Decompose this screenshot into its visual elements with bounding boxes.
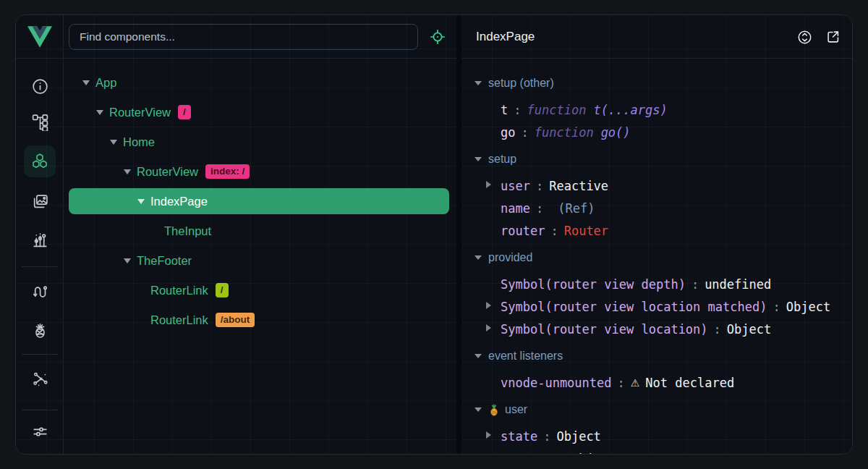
search-input[interactable] — [69, 24, 418, 50]
sidebar-divider — [22, 266, 58, 267]
section-provided[interactable]: provided — [461, 245, 853, 271]
sidebar-divider — [22, 410, 58, 410]
sidebar-item-elements-tree[interactable] — [24, 106, 56, 138]
tree-item-app[interactable]: App — [69, 69, 449, 96]
router-icon — [31, 283, 49, 301]
elements-tree-icon — [31, 113, 49, 131]
chevron-right-icon[interactable] — [486, 431, 491, 439]
tree-item-indexpage-selected[interactable]: IndexPage — [69, 188, 449, 214]
tree-item-label: RouterLink — [150, 284, 208, 297]
chevron-right-icon[interactable] — [486, 302, 491, 309]
state-row-state[interactable]: state : Object — [461, 425, 853, 447]
state-row-t[interactable]: t : function t(...args) — [461, 98, 853, 121]
chevron-right-icon[interactable] — [486, 324, 491, 331]
chevron-down-icon[interactable] — [96, 110, 103, 115]
sidebar-divider — [22, 354, 58, 355]
warning-icon: ⚠ — [631, 377, 640, 389]
sidebar — [16, 15, 64, 454]
chevron-down-icon[interactable] — [82, 80, 90, 85]
vue-logo[interactable] — [16, 15, 64, 59]
tree-header — [64, 15, 456, 59]
state-row-go[interactable]: go : function go() — [461, 121, 853, 143]
state-sections: setup (other) t : function t(...args) go… — [461, 59, 853, 454]
state-inspector-panel: IndexPage — [461, 15, 853, 454]
tree-item-theinput[interactable]: TheInput — [69, 218, 449, 244]
graph-icon — [31, 370, 49, 388]
chevron-down-icon[interactable] — [475, 407, 482, 412]
section-setup[interactable]: setup — [461, 146, 853, 172]
external-link-icon — [825, 29, 841, 45]
chevron-down-icon[interactable] — [475, 255, 482, 260]
state-row-user[interactable]: user : Reactive — [461, 174, 853, 197]
tree-item-label: RouterView — [109, 106, 171, 119]
chevron-down-icon[interactable] — [475, 354, 482, 358]
tree-item-routerlink-about[interactable]: RouterLink /about — [69, 307, 449, 333]
sidebar-item-graph[interactable] — [24, 363, 56, 394]
state-row-router-view-depth[interactable]: Symbol(router view depth) : undefined — [461, 273, 853, 295]
sidebar-item-components[interactable] — [24, 145, 56, 177]
tree-item-routerview-nested[interactable]: RouterView index: / — [69, 159, 449, 185]
sidebar-item-settings[interactable] — [24, 415, 56, 447]
tree-item-thefooter[interactable]: TheFooter — [69, 248, 449, 274]
route-badge: /about — [216, 313, 255, 327]
inspector-header: IndexPage — [461, 15, 853, 59]
component-tree: App RouterView / Home RouterView index: … — [64, 59, 456, 454]
state-row-name[interactable]: name : (Ref) — [461, 197, 853, 219]
open-in-editor-button[interactable] — [825, 28, 842, 46]
assets-icon — [31, 193, 49, 211]
section-user-store[interactable]: user — [461, 397, 853, 423]
route-badge: index: / — [205, 164, 250, 179]
tree-item-label: TheInput — [164, 224, 211, 238]
tree-item-label: Home — [123, 135, 155, 149]
devtools-window: App RouterView / Home RouterView index: … — [15, 14, 853, 455]
components-icon — [30, 152, 49, 171]
section-setup-other[interactable]: setup (other) — [461, 70, 853, 96]
tree-item-label: RouterView — [137, 165, 198, 179]
scroll-to-component-button[interactable] — [796, 28, 813, 46]
sidebar-item-router[interactable] — [24, 276, 56, 308]
state-row-router-view-location-matched[interactable]: Symbol(router view location matched) : O… — [461, 295, 853, 318]
route-badge: / — [216, 283, 229, 297]
chevron-down-icon[interactable] — [475, 81, 482, 85]
chevron-down-icon[interactable] — [124, 169, 131, 174]
state-row-getters[interactable]: getters : Object — [461, 447, 853, 454]
tree-item-label: App — [95, 76, 116, 90]
sidebar-item-info[interactable] — [24, 70, 56, 102]
selected-component-title: IndexPage — [476, 30, 535, 44]
sidebar-item-pinia[interactable] — [24, 314, 56, 346]
state-row-router[interactable]: router : Router — [461, 219, 853, 242]
component-tree-panel: App RouterView / Home RouterView index: … — [64, 15, 456, 454]
target-icon — [430, 29, 446, 45]
section-event-listeners[interactable]: event listeners — [461, 343, 853, 369]
timeline-icon — [31, 231, 49, 249]
chevron-right-icon[interactable] — [486, 181, 491, 188]
route-badge: / — [178, 105, 191, 119]
scroll-icon — [796, 29, 813, 46]
sidebar-item-timeline[interactable] — [24, 224, 56, 255]
chevron-down-icon[interactable] — [137, 199, 145, 204]
chevron-down-icon[interactable] — [124, 258, 131, 263]
settings-sliders-icon — [31, 423, 49, 441]
tree-item-label: RouterLink — [150, 313, 208, 327]
tree-item-routerlink-home[interactable]: RouterLink / — [69, 277, 449, 303]
state-row-vnode-unmounted[interactable]: vnode-unmounted : ⚠ Not declared — [461, 371, 853, 394]
tree-item-label: TheFooter — [137, 254, 192, 268]
vue-logo-icon — [27, 26, 52, 48]
tree-item-home[interactable]: Home — [69, 129, 449, 155]
pineapple-icon — [488, 404, 500, 416]
chevron-down-icon[interactable] — [475, 157, 482, 161]
sidebar-item-assets[interactable] — [24, 185, 56, 217]
tree-item-label: IndexPage — [150, 195, 208, 208]
pinia-pineapple-icon — [31, 321, 49, 339]
tree-item-routerview[interactable]: RouterView / — [69, 99, 449, 125]
chevron-down-icon[interactable] — [110, 140, 117, 145]
component-picker-button[interactable] — [430, 29, 446, 45]
state-row-router-view-location[interactable]: Symbol(router view location) : Object — [461, 318, 853, 340]
info-icon — [31, 77, 49, 96]
